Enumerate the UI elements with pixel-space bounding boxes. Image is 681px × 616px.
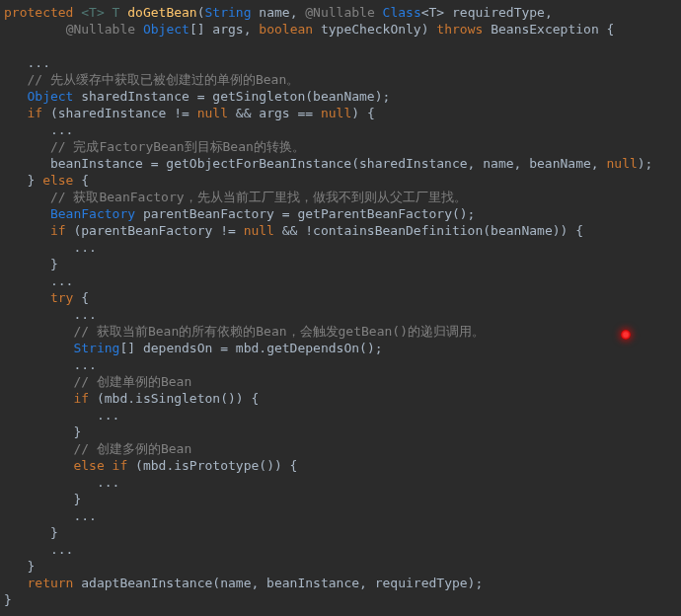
comment: // 获取当前Bean的所有依赖的Bean，会触发getBean()的递归调用。 [73, 324, 485, 339]
keyword-elseif: else if [73, 458, 127, 473]
annotation: @Nullable [66, 22, 135, 37]
text: } [4, 257, 58, 271]
comment: // 创建多例的Bean [73, 441, 191, 456]
text: ... [4, 508, 97, 523]
text: ... [4, 273, 73, 288]
code-block: protected <T> T doGetBean(String name, @… [4, 4, 677, 608]
text: ... [4, 307, 97, 322]
text: requiredType, [444, 5, 553, 20]
generic-type: <T> T [73, 5, 127, 20]
text: adaptBeanInstance(name, beanInstance, re… [73, 576, 483, 590]
text [4, 374, 73, 389]
text: { [73, 290, 89, 305]
text [4, 89, 27, 104]
text: { [73, 173, 89, 188]
text: beanInstance = getObjectForBeanInstance(… [4, 156, 606, 171]
text: ( [197, 5, 205, 20]
text: } [4, 492, 81, 506]
text: } [4, 592, 12, 607]
text [4, 391, 73, 406]
text: ... [4, 408, 119, 423]
text [4, 206, 50, 221]
breakpoint-marker-icon[interactable] [621, 330, 631, 340]
comment: // 先从缓存中获取已被创建过的单例的Bean。 [27, 72, 299, 87]
keyword-null: null [244, 223, 274, 238]
text: BeansException { [483, 22, 614, 37]
keyword-null: null [321, 106, 351, 120]
text: sharedInstance = getSingleton(beanName); [73, 89, 390, 104]
keyword-null: null [197, 106, 228, 120]
type-object: Object [143, 22, 189, 37]
text [4, 72, 27, 87]
text: } [4, 424, 81, 439]
comment: // 完成FactoryBean到目标Bean的转换。 [50, 139, 305, 154]
keyword-if: if [27, 106, 42, 120]
text [4, 576, 27, 590]
text: ) { [351, 106, 374, 120]
text: ... [4, 122, 73, 137]
text [4, 341, 73, 355]
text [4, 106, 27, 120]
text: <T> [421, 5, 444, 20]
text [4, 190, 50, 204]
text [135, 22, 143, 37]
text: (mbd.isSingleton()) { [89, 391, 259, 406]
type-object: Object [27, 89, 73, 104]
text: ... [4, 475, 119, 490]
text: } [4, 173, 42, 188]
comment: // 获取BeanFactory，先从当前工厂里找，做我不到则从父工厂里找。 [50, 190, 467, 204]
text: (parentBeanFactory != [66, 223, 244, 238]
text: ... [4, 542, 73, 557]
keyword-else: else [42, 173, 73, 188]
annotation: @Nullable [305, 5, 374, 20]
method-name: doGetBean [127, 5, 196, 20]
keyword-if: if [73, 391, 89, 406]
keyword-try: try [50, 290, 73, 305]
text [4, 22, 66, 37]
keyword-null: null [606, 156, 637, 171]
text [4, 290, 50, 305]
text [4, 139, 50, 154]
keyword-protected: protected [4, 5, 73, 20]
text: typeCheckOnly) [313, 22, 436, 37]
type-beanfactory: BeanFactory [50, 206, 135, 221]
text: parentBeanFactory = getParentBeanFactory… [135, 206, 475, 221]
comment: // 创建单例的Bean [73, 374, 191, 389]
text [4, 441, 73, 456]
keyword-return: return [27, 576, 73, 590]
text: ); [638, 156, 653, 171]
text [375, 5, 383, 20]
text: && !containsBeanDefinition(beanName)) { [274, 223, 583, 238]
text: name, [252, 5, 306, 20]
type-string: String [205, 5, 252, 20]
keyword-throws: throws [436, 22, 483, 37]
type-string: String [73, 341, 119, 355]
text: } [4, 559, 35, 574]
text: (sharedInstance != [42, 106, 197, 120]
keyword-boolean: boolean [259, 22, 313, 37]
text: ... [4, 240, 97, 255]
type-class: Class [383, 5, 421, 20]
text [4, 458, 73, 473]
text: [] dependsOn = mbd.getDependsOn(); [119, 341, 382, 355]
text: ... [4, 357, 97, 372]
text: } [4, 525, 58, 540]
keyword-if: if [50, 223, 66, 238]
text [4, 223, 50, 238]
text: ... [4, 55, 50, 70]
text: && args == [228, 106, 321, 120]
text [4, 324, 73, 339]
text: (mbd.isPrototype()) { [127, 458, 297, 473]
text: [] args, [189, 22, 259, 37]
